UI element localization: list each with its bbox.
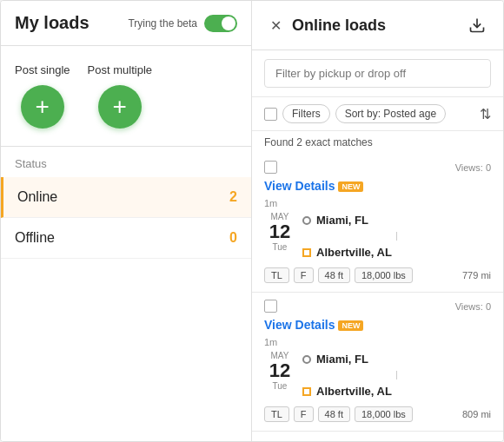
sort-button[interactable]: Sort by: Posted age <box>335 104 446 123</box>
route-block: Miami, FL Albertville, AL <box>302 351 491 398</box>
load-tags: TL F 48 ft 18,000 lbs 809 mi <box>252 401 503 431</box>
post-multiple-label: Post multiple <box>88 63 152 76</box>
destination-dot <box>302 248 311 257</box>
view-details-button[interactable]: View DetailsNEW <box>252 316 503 335</box>
destination-city: Albertville, AL <box>316 246 392 259</box>
views-label: Views: 0 <box>455 162 491 173</box>
post-single-label: Post single <box>15 63 70 76</box>
left-panel: My loads Trying the beta Post single + P… <box>1 1 252 441</box>
loads-list: Views: 0 View DetailsNEW 1m May 12 Tue <box>252 154 503 441</box>
origin-city: Miami, FL <box>316 353 368 366</box>
status-offline-count: 0 <box>229 230 237 246</box>
origin-row: Miami, FL <box>302 353 491 366</box>
post-multiple-button[interactable]: + <box>98 85 142 129</box>
post-single-button[interactable]: + <box>21 85 64 129</box>
app-container: My loads Trying the beta Post single + P… <box>0 0 504 442</box>
origin-dot <box>302 355 311 364</box>
date-day: 12 <box>269 221 290 242</box>
post-multiple-action: Post multiple + <box>88 63 152 129</box>
plus-icon: + <box>113 95 127 119</box>
tag-weight: 18,000 lbs <box>355 267 413 283</box>
destination-dot <box>302 387 311 396</box>
new-badge: NEW <box>338 181 363 192</box>
date-block: May 12 Tue <box>264 351 295 391</box>
beta-label: Trying the beta <box>128 17 197 30</box>
status-offline-label: Offline <box>15 230 229 246</box>
load-card-top: Views: 0 <box>252 154 503 177</box>
connector-line <box>396 371 397 379</box>
status-row-offline[interactable]: Offline 0 <box>1 218 251 259</box>
select-all-checkbox[interactable] <box>264 108 277 121</box>
destination-row: Albertville, AL <box>302 385 491 398</box>
view-details-button[interactable]: View DetailsNEW <box>252 177 503 196</box>
left-header: My loads Trying the beta <box>1 1 251 46</box>
load-checkbox[interactable] <box>264 300 277 313</box>
load-card: Views: 0 View DetailsNEW 1m May 12 Tue <box>252 154 503 293</box>
download-button[interactable] <box>465 13 489 37</box>
tag-length: 48 ft <box>318 267 350 283</box>
load-checkbox[interactable] <box>264 161 277 174</box>
load-info: May 12 Tue Miami, FL <box>252 208 503 262</box>
destination-row: Albertville, AL <box>302 246 491 259</box>
date-block: May 12 Tue <box>264 212 295 252</box>
origin-row: Miami, FL <box>302 214 491 227</box>
tag-f: F <box>294 267 314 283</box>
load-tags: TL F 48 ft 18,000 lbs 779 mi <box>252 262 503 292</box>
time-ago: 1m <box>252 335 503 347</box>
origin-dot <box>302 216 311 225</box>
load-card: Views: 0 View DetailsNEW 1m May 12 Tue <box>252 293 503 432</box>
route-block: Miami, FL Albertville, AL <box>302 212 491 259</box>
results-info: Found 2 exact matches <box>252 131 503 154</box>
route-connector <box>302 231 491 241</box>
distance-label: 809 mi <box>462 409 491 419</box>
status-section-header: Status <box>1 147 251 177</box>
tag-length: 48 ft <box>318 406 350 422</box>
search-bar <box>252 50 503 97</box>
right-header: ✕ Online loads <box>252 1 503 50</box>
connector-line <box>396 232 397 241</box>
page-title: My loads <box>15 13 128 33</box>
time-ago: 1m <box>252 196 503 208</box>
load-card-top: Views: 0 <box>252 293 503 316</box>
right-panel-title: Online loads <box>292 16 465 35</box>
status-row-online[interactable]: Online 2 <box>1 177 251 218</box>
tag-weight: 18,000 lbs <box>355 406 413 422</box>
filters-button[interactable]: Filters <box>282 104 330 123</box>
new-badge: NEW <box>338 320 363 331</box>
date-dow: Tue <box>273 242 288 252</box>
load-info: May 12 Tue Miami, FL <box>252 347 503 401</box>
download-icon <box>468 16 486 34</box>
close-button[interactable]: ✕ <box>266 16 285 35</box>
right-panel: ✕ Online loads Filters Sort by: Posted a… <box>252 1 503 441</box>
toggle-knob <box>222 16 235 30</box>
views-label: Views: 0 <box>455 301 491 312</box>
date-day: 12 <box>269 360 290 381</box>
destination-city: Albertville, AL <box>316 385 392 398</box>
filter-bar: Filters Sort by: Posted age ⇅ <box>252 97 503 131</box>
date-dow: Tue <box>273 381 288 391</box>
status-online-label: Online <box>17 189 229 205</box>
tag-tl: TL <box>264 267 289 283</box>
tag-tl: TL <box>264 406 289 422</box>
plus-icon: + <box>36 95 50 119</box>
beta-toggle[interactable] <box>204 15 237 32</box>
sort-direction-icon[interactable]: ⇅ <box>480 106 491 122</box>
route-connector <box>302 370 491 380</box>
tag-f: F <box>294 406 314 422</box>
origin-city: Miami, FL <box>316 214 368 227</box>
distance-label: 779 mi <box>462 270 491 280</box>
post-actions: Post single + Post multiple + <box>1 46 251 147</box>
post-single-action: Post single + <box>15 63 70 129</box>
status-online-count: 2 <box>229 189 237 205</box>
search-input[interactable] <box>264 59 491 88</box>
